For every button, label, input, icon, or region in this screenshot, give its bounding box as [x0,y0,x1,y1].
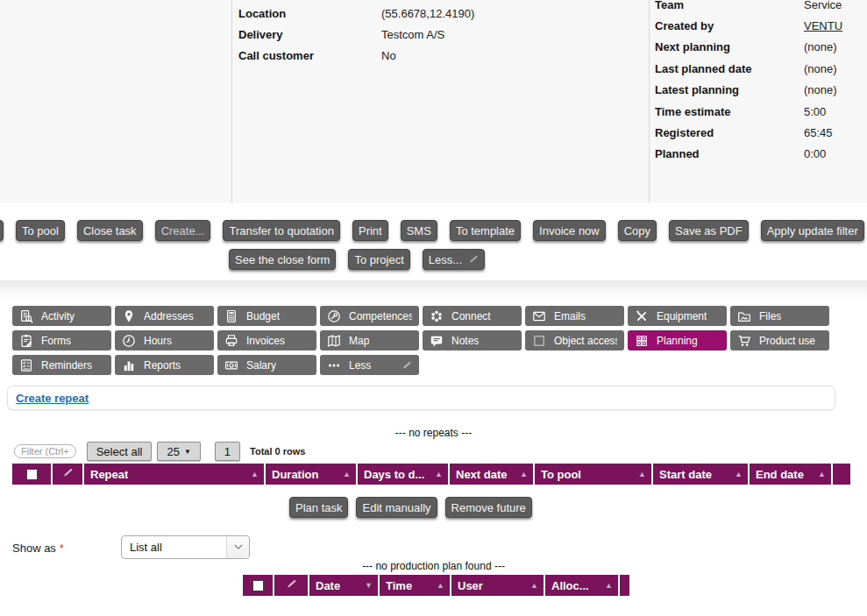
column-header-next-date[interactable]: Next date▲ [450,464,535,485]
show-as-select[interactable]: List all [121,535,250,559]
tab-budget[interactable]: Budget [217,306,316,326]
column-header-start-date[interactable]: Start date▲ [653,464,750,485]
page-number-button[interactable]: 1 [215,442,240,461]
column-header-date[interactable]: Date▼ [309,575,380,596]
budget-icon [224,309,238,323]
select-all-button[interactable]: Select all [87,442,153,461]
sort-desc-icon: ▼ [361,582,378,590]
tab-label: Reminders [41,359,92,372]
delivery-value: Testcom A/S [381,28,444,41]
button-label: Create... [161,224,205,237]
tab-salary[interactable]: Salary [217,355,316,375]
tab-planning[interactable]: Planning [628,330,727,350]
tab-reminders[interactable]: Reminders [12,355,111,375]
sort-asc-icon: ▲ [814,471,831,478]
clipped-button[interactable] [0,220,4,241]
tab-invoices[interactable]: Invoices [217,330,316,350]
repeat-table-toolbar: Filter (Ctrl+ Select all 25▼ 1 Total 0 r… [14,442,305,461]
select-all-checkbox-cell [12,464,53,485]
info-column-right: TeamServiceCreated byVENTUNext planning(… [655,0,842,165]
tab-equipment[interactable]: Equipment [628,306,727,326]
call-customer-value: No [381,49,396,62]
tab-addresses[interactable]: Addresses [115,306,214,326]
tab-notes[interactable]: Notes [423,330,522,350]
filter-button[interactable]: Filter (Ctrl+ [14,444,76,458]
to-template-button[interactable]: To template [450,220,521,241]
tab-emails[interactable]: Emails [525,306,624,326]
tab-label: Addresses [144,310,194,322]
tab-label: Activity [41,310,75,322]
tab-connect[interactable]: Connect [423,306,522,326]
create-repeat-link[interactable]: Create repeat [16,392,89,405]
repeat-action-buttons: Plan taskEdit manuallyRemove future [289,497,532,518]
next-planning-label: Next planning [655,40,804,53]
tab-forms[interactable]: Forms [12,330,111,350]
button-label: Remove future [451,501,526,514]
registered-label: Registered [655,126,804,139]
create-button[interactable]: Create... [155,220,211,241]
column-header-repeat[interactable]: Repeat▲ [84,464,266,485]
tab-label: Forms [41,335,71,347]
button-label: Less... [429,253,462,266]
tab-label: Notes [451,335,479,347]
show-as-text: Show as [12,542,56,555]
column-label: To pool [541,468,581,481]
sort-asc-icon: ▲ [601,582,618,590]
invoice-now-button[interactable]: Invoice now [533,220,606,241]
plan-task-button[interactable]: Plan task [289,497,348,518]
edit-column-header [53,464,84,485]
column-header-duration[interactable]: Duration▲ [266,464,358,485]
column-header-days-to-d[interactable]: Days to d...▲ [358,464,450,485]
save-as-pdf-button[interactable]: Save as PDF [669,220,749,241]
tab-competences[interactable]: Competences [320,306,419,326]
tab-hours[interactable]: Hours [115,330,214,350]
edit-manually-button[interactable]: Edit manually [356,497,437,518]
column-label: Time [386,579,412,592]
column-header-alloc[interactable]: Alloc...▲ [545,575,620,596]
location-value: (55.6678,12.4190) [381,7,474,20]
button-label: To template [456,224,515,237]
tab-map[interactable]: Map [320,330,419,350]
column-header-user[interactable]: User▲ [451,575,545,596]
tab-less[interactable]: Less [320,355,419,375]
tab-object-access[interactable]: Object access [525,330,624,350]
print-button[interactable]: Print [352,220,388,241]
select-all-checkbox[interactable] [252,580,264,591]
team-label: Team [655,0,804,11]
section-divider [0,280,867,303]
tab-label: Competences [349,310,412,322]
sort-asc-icon: ▲ [433,582,450,590]
column-header-end-date[interactable]: End date▲ [750,464,833,485]
page-size-button[interactable]: 25▼ [157,442,200,461]
copy-button[interactable]: Copy [618,220,657,241]
transfer-to-quotation-button[interactable]: Transfer to quotation [223,220,339,241]
sms-button[interactable]: SMS [401,220,437,241]
remove-future-button[interactable]: Remove future [445,497,532,518]
tab-label: Equipment [657,310,707,322]
column-label: Repeat [90,468,128,481]
tab-files[interactable]: Files [730,306,829,326]
tab-label: Map [349,335,369,347]
info-row: Last planned date(none) [655,58,842,79]
tab-label: Invoices [246,335,285,347]
created-by-link[interactable]: VENTU [804,19,842,32]
to-pool-button[interactable]: To pool [16,220,65,241]
column-header-time[interactable]: Time▲ [380,575,451,596]
map-icon [327,334,341,348]
select-all-checkbox[interactable] [26,469,38,480]
apply-update-filter-button[interactable]: Apply update filter [761,220,864,241]
see-the-close-form-button[interactable]: See the close form [229,249,336,270]
registered-value: 65:45 [804,126,833,139]
tab-activity[interactable]: Activity [12,306,111,326]
less-button[interactable]: Less... [423,249,485,270]
column-header-to-pool[interactable]: To pool▲ [535,464,653,485]
tab-product-use[interactable]: Product use [730,330,829,350]
tab-label: Files [759,310,781,322]
button-label: To pool [22,224,59,237]
chevron-down-icon[interactable] [226,536,249,558]
select-all-checkbox-cell [243,575,274,596]
to-project-button[interactable]: To project [348,249,409,270]
tab-reports[interactable]: Reports [115,355,214,375]
button-label: Apply update filter [767,224,858,237]
close-task-button[interactable]: Close task [77,220,143,241]
